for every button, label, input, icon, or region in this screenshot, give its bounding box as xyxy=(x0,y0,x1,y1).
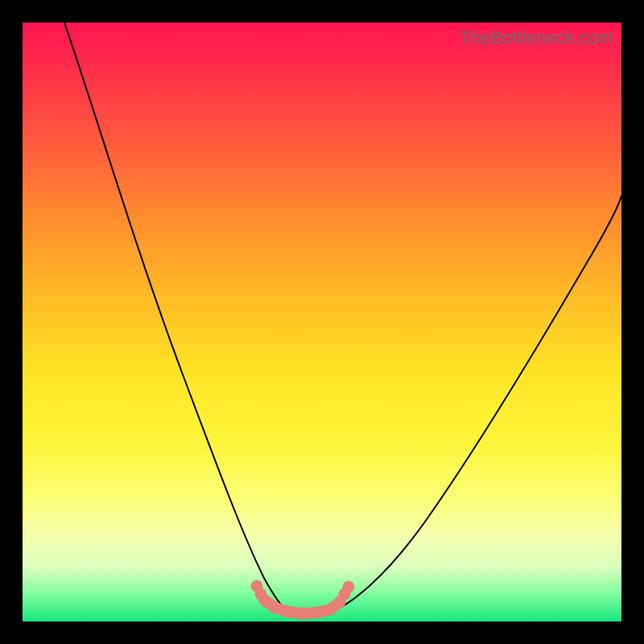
optimum-marker-bead xyxy=(297,608,308,619)
optimum-marker-bead xyxy=(270,602,281,613)
optimum-marker-bead xyxy=(283,606,294,617)
chart-frame: TheBottleneck.com xyxy=(0,0,644,644)
optimum-marker-bead xyxy=(324,604,336,615)
optimum-marker-bead xyxy=(260,596,271,607)
bottleneck-curve-left xyxy=(64,23,287,610)
optimum-marker-bead xyxy=(343,581,354,592)
optimum-marker-bead xyxy=(312,607,323,618)
plot-area: TheBottleneck.com xyxy=(23,23,621,621)
bottleneck-curve-right xyxy=(335,196,621,610)
curve-layer xyxy=(23,23,621,621)
